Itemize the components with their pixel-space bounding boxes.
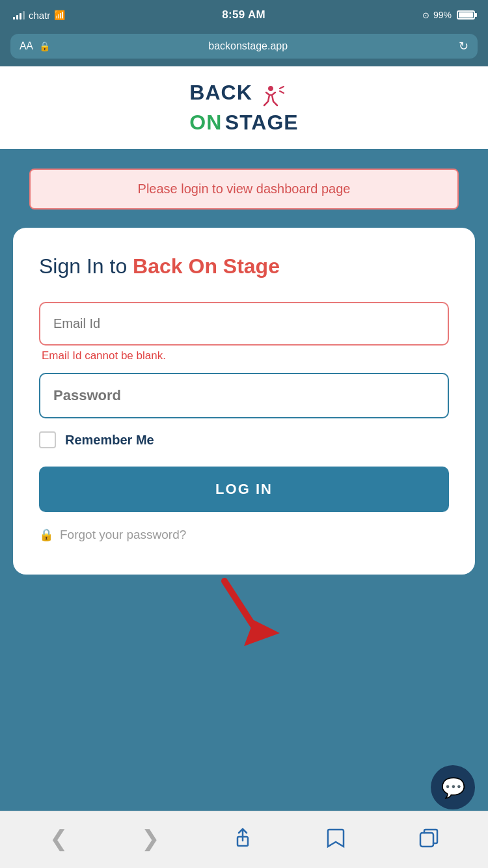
tabs-icon <box>419 828 439 848</box>
remember-me-label: Remember Me <box>65 433 154 448</box>
login-card: Sign In to Back On Stage Email Id cannot… <box>13 228 475 575</box>
logo-text-block: BACK ON STAGE <box>189 81 298 135</box>
bookmarks-button[interactable] <box>321 822 351 854</box>
address-bar[interactable]: AA 🔒 backonstage.app ↻ <box>10 34 478 59</box>
svg-rect-3 <box>420 833 433 847</box>
browser-bar: AA 🔒 backonstage.app ↻ <box>0 29 488 66</box>
forward-button[interactable]: ❯ <box>136 820 165 856</box>
signin-title-prefix: Sign In to <box>39 254 133 278</box>
chat-bubble-icon: 💬 <box>441 776 465 799</box>
signal-bars-icon <box>13 10 25 20</box>
login-button[interactable]: LOG IN <box>39 467 449 512</box>
login-button-label: LOG IN <box>215 481 273 497</box>
logo-back: BACK <box>189 81 252 104</box>
main-content: Please login to view dashboard page Sign… <box>0 149 488 811</box>
bookmarks-icon <box>326 828 346 848</box>
logo-on: ON <box>189 111 222 134</box>
status-bar: chatr 📶 8:59 AM ⊙ 99% <box>0 0 488 29</box>
refresh-icon[interactable]: ↻ <box>459 39 468 53</box>
orientation-lock-icon: ⊙ <box>422 10 429 20</box>
status-bar-left: chatr 📶 <box>13 10 65 21</box>
email-input[interactable] <box>39 302 449 346</box>
signin-title-brand: Back On Stage <box>133 254 280 278</box>
red-arrow-icon <box>205 575 296 653</box>
back-icon: ❮ <box>49 825 68 851</box>
forgot-password-link[interactable]: Forgot your password? <box>60 528 186 542</box>
wifi-icon: 📶 <box>54 10 65 20</box>
battery-icon <box>455 10 475 20</box>
password-input[interactable] <box>39 373 449 418</box>
forward-icon: ❯ <box>141 825 159 851</box>
status-bar-right: ⊙ 99% <box>422 10 475 20</box>
email-error-message: Email Id cannot be blank. <box>42 349 449 362</box>
back-button[interactable]: ❮ <box>44 820 73 856</box>
url-display[interactable]: backonstage.app <box>57 40 439 52</box>
remember-me-checkbox[interactable] <box>39 431 56 448</box>
alert-text: Please login to view dashboard page <box>138 182 351 196</box>
logo: BACK ON STAGE <box>189 81 298 135</box>
status-time: 8:59 AM <box>222 8 265 21</box>
font-size-control[interactable]: AA <box>20 40 33 52</box>
ssl-lock-icon: 🔒 <box>39 41 50 51</box>
arrow-annotation <box>13 575 475 653</box>
tabs-button[interactable] <box>414 823 444 853</box>
battery-percent: 99% <box>433 10 452 20</box>
share-icon <box>232 828 253 848</box>
share-button[interactable] <box>227 822 258 854</box>
signin-title: Sign In to Back On Stage <box>39 254 449 278</box>
chat-bubble-button[interactable]: 💬 <box>431 765 475 809</box>
browser-nav: ❮ ❯ <box>0 811 488 868</box>
password-field-group <box>39 373 449 418</box>
logo-area: BACK ON STAGE <box>0 66 488 149</box>
logo-stage: STAGE <box>225 111 299 134</box>
email-field-group: Email Id cannot be blank. <box>39 302 449 362</box>
forgot-lock-icon: 🔒 <box>39 528 53 542</box>
remember-me-row: Remember Me <box>39 431 449 448</box>
alert-banner: Please login to view dashboard page <box>29 169 459 210</box>
logo-figure-icon <box>256 83 285 108</box>
forgot-password-row: 🔒 Forgot your password? <box>39 528 449 542</box>
carrier-name: chatr <box>29 10 50 21</box>
